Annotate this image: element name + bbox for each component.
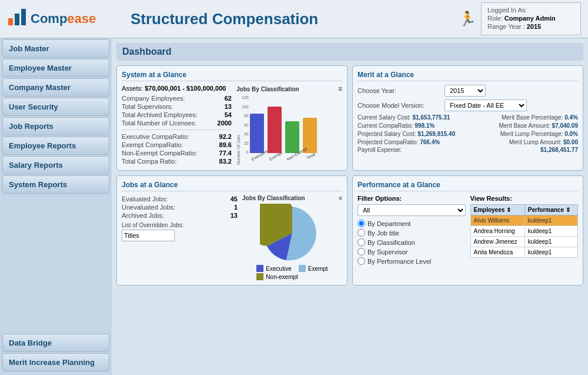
sidebar-item-employee-master[interactable]: Employee Master (2, 59, 109, 77)
logged-in-label: Logged In As: (487, 6, 574, 14)
merit-left-label: Current Salary Cost: (358, 114, 411, 121)
bar-chart-bars (250, 94, 342, 153)
pie-chart-menu-icon[interactable]: ≡ (339, 195, 342, 201)
range-value: 2015 (527, 23, 541, 30)
merit-right-value: 0.0% (564, 131, 578, 137)
system-row-label: Company Employees: (122, 95, 185, 102)
radio-input-2[interactable] (358, 238, 365, 246)
chart-body: ExecutiveExemptNon-ExemptTotal (250, 94, 342, 165)
jobs-row-label: Unevaluated Jobs: (122, 204, 175, 211)
radio-input-1[interactable] (358, 229, 365, 237)
system-row-value: 13 (225, 103, 232, 110)
radio-input-4[interactable] (358, 257, 365, 265)
radio-item-0: By Department (358, 220, 466, 227)
results-table-head: Employees ⇕ Performance ⇕ (470, 205, 578, 215)
merit-right: Merit Lump Percentage: 0.0% (500, 131, 578, 137)
jobs-rows: Evaluated Jobs:45Unevaluated Jobs:1Archi… (122, 195, 238, 220)
sidebar-item-job-master[interactable]: Job Master (2, 39, 109, 58)
sidebar-item-system-reports[interactable]: System Reports (2, 175, 109, 194)
system-row-label: Total Supervisors: (122, 103, 173, 110)
sidebar-item-merit-increase-planning[interactable]: Merit Increase Planning (2, 353, 109, 371)
merit-model-select[interactable]: Fixed Date - All EE (445, 99, 527, 111)
sidebar-item-data-bridge[interactable]: Data Bridge (2, 334, 109, 352)
sort-performance-icon[interactable]: ⇕ (566, 207, 570, 213)
merit-right-value: $0.00 (563, 139, 578, 145)
performance-cell: kuldeep1 (524, 226, 577, 237)
legend-color-nonexempt (256, 273, 263, 280)
merit-right-label: Merit Lump Percentage: (500, 131, 563, 137)
compa-row-label: Total Compa Ratio: (122, 158, 177, 165)
merit-left-value: $1,653,775.31 (412, 114, 450, 121)
overridden-input[interactable] (122, 230, 175, 241)
col-employees: Employees ⇕ (470, 205, 524, 215)
system-assets: Assets: $70,000,001 - $100,000,000 (122, 85, 232, 92)
merit-left: Current CompaRatio: 998.1% (358, 122, 435, 129)
merit-left-label: Projected CompaRatio: (358, 139, 418, 145)
merit-data: Current Salary Cost: $1,653,775.31 Merit… (358, 114, 578, 145)
system-row: Total Archived Employees:54 (122, 111, 232, 119)
employee-cell: Andrea Horning (470, 226, 524, 237)
app-title: Structured Compensation (119, 10, 459, 28)
perf-body: Filter Options: All By Department By Job… (358, 195, 578, 265)
radio-label-4: By Performance Level (368, 258, 431, 265)
logo-ease: ease (67, 11, 96, 26)
merit-left-value: 766.4% (420, 139, 440, 145)
system-body: Assets: $70,000,001 - $100,000,000 Compa… (122, 85, 342, 165)
merit-right-value: 0.4% (564, 114, 578, 121)
dashboard-title: Dashboard (116, 43, 583, 61)
merit-left: Projected Salary Cost: $1,269,815.40 (358, 131, 455, 137)
radio-input-0[interactable] (358, 220, 365, 227)
table-row: Andrew Jimenezkuldeep1 (470, 237, 578, 247)
radio-input-3[interactable] (358, 248, 365, 255)
payroll-label: Payroll Expense: (358, 147, 402, 153)
pie-chart-area: Jobs By Classification ≡ (242, 195, 342, 280)
header: Compease Structured Compensation 🏃 Logge… (0, 0, 588, 38)
merit-left-label: Projected Salary Cost: (358, 131, 416, 137)
role-row: Role: Company Admin (487, 15, 574, 22)
bar-exempt (268, 107, 282, 153)
svg-rect-1 (15, 14, 19, 25)
sort-employees-icon[interactable]: ⇕ (506, 207, 511, 213)
bar-non-exempt (285, 121, 299, 153)
results-title: View Results: (470, 195, 579, 202)
merit-right-label: Merit Lump Amount: (509, 139, 562, 145)
performance-at-a-glance-panel: Performance at a Glance Filter Options: … (352, 175, 583, 286)
compa-row-value: 92.2 (219, 133, 232, 140)
jobs-at-a-glance-panel: Jobs at a Glance Evaluated Jobs:45Uneval… (116, 175, 348, 286)
sidebar-item-job-reports[interactable]: Job Reports (2, 117, 109, 135)
compa-row-label: Non-Exempt CompaRatio: (122, 150, 197, 157)
merit-year-select[interactable]: 2015 (445, 85, 486, 97)
legend-color-executive (256, 265, 263, 272)
filter-title: Filter Options: (358, 195, 466, 202)
bar-chart-menu-icon[interactable]: ≡ (338, 85, 342, 93)
employee-cell: Alvis Williams (470, 215, 524, 226)
sidebar-item-employee-reports[interactable]: Employee Reports (2, 137, 109, 155)
system-stats: Assets: $70,000,001 - $100,000,000 Compa… (122, 85, 232, 165)
sidebar-item-company-master[interactable]: Company Master (2, 78, 109, 97)
bar-chart-container: Number Of Jobs 120100806040200 Executive… (236, 94, 342, 165)
results-section: View Results: Employees ⇕ Performance ⇕ … (470, 195, 579, 265)
role-label: Role: (487, 15, 503, 22)
system-row-value: 2000 (218, 120, 232, 127)
merit-at-a-glance-panel: Merit at a Glance Choose Year: 2015 Choo… (352, 65, 583, 171)
logo-text: Compease (31, 11, 96, 26)
radio-group: By Department By Job title By Classifica… (358, 220, 466, 265)
bar-chart-title: Jobs By Classification (236, 86, 299, 92)
svg-rect-2 (21, 9, 26, 25)
bar-chart-area: Jobs By Classification ≡ Number Of Jobs … (236, 85, 342, 165)
perf-panel-title: Performance at a Glance (358, 181, 578, 191)
filter-select[interactable]: All (358, 204, 466, 216)
sidebar-item-user-security[interactable]: User Security (2, 98, 109, 116)
radio-label-2: By Classification (368, 239, 415, 246)
system-panel-title: System at a Glance (122, 71, 342, 81)
merit-left-value: 998.1% (415, 122, 435, 129)
sidebar-item-salary-reports[interactable]: Salary Reports (2, 156, 109, 174)
svg-rect-0 (8, 18, 13, 25)
performance-cell: kuldeep1 (524, 237, 577, 247)
results-tbody: Alvis Williamskuldeep1Andrea Horningkuld… (470, 215, 578, 258)
assets-label: Assets: (122, 85, 143, 92)
logo-comp: Comp (31, 11, 67, 26)
role-value: Company Admin (505, 15, 556, 22)
compa-row-label: Exempt CompaRatio: (122, 141, 183, 148)
system-row: Total Supervisors:13 (122, 102, 232, 111)
